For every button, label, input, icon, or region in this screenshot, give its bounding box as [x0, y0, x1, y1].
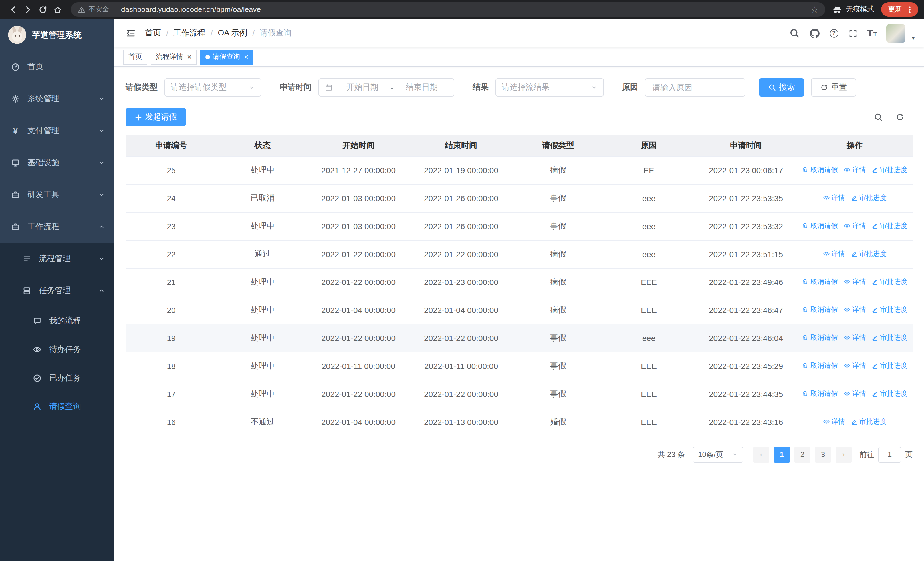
cancel-leave-link[interactable]: 取消请假 [802, 305, 838, 315]
approval-progress-link[interactable]: 审批进度 [850, 417, 886, 427]
sidebar-item-my-processes[interactable]: 我的流程 [0, 307, 114, 335]
browser-home-button[interactable] [50, 2, 65, 17]
browser-menu-icon[interactable] [904, 5, 915, 14]
reset-button[interactable]: 重置 [811, 78, 856, 96]
eye-icon [843, 223, 850, 229]
detail-link[interactable]: 详情 [843, 165, 866, 175]
cancel-leave-link[interactable]: 取消请假 [802, 165, 838, 175]
browser-back-button[interactable] [6, 2, 21, 17]
browser-chrome: 不安全 dashboard.yudao.iocoder.cn/bpm/oa/le… [0, 0, 924, 19]
sidebar-item-system[interactable]: 系统管理 [0, 83, 114, 115]
next-page-button[interactable]: › [836, 447, 852, 462]
address-bar[interactable]: 不安全 dashboard.yudao.iocoder.cn/bpm/oa/le… [71, 2, 825, 17]
sidebar-item-workflow[interactable]: 工作流程 [0, 211, 114, 243]
sidebar-item-process-management[interactable]: 流程管理 [0, 243, 114, 275]
cell-id: 19 [126, 324, 217, 352]
cell-id: 20 [126, 296, 217, 324]
cell-status: 处理中 [217, 156, 308, 184]
user-icon [32, 402, 42, 411]
cancel-leave-link[interactable]: 取消请假 [802, 361, 838, 371]
page-button-1[interactable]: 1 [774, 447, 790, 462]
approval-progress-link[interactable]: 审批进度 [872, 389, 908, 399]
tab-home[interactable]: 首页 [123, 50, 147, 64]
cell-reason: eee [603, 240, 695, 268]
reason-label: 原因 [622, 82, 638, 93]
sidebar-item-payment[interactable]: ¥ 支付管理 [0, 115, 114, 147]
breadcrumb-item-home[interactable]: 首页 [145, 28, 161, 38]
detail-link[interactable]: 详情 [843, 277, 866, 287]
page-unit-label: 页 [905, 449, 913, 460]
result-select[interactable]: 请选择流结果 [495, 78, 604, 96]
table-search-toggle-icon[interactable] [874, 113, 883, 122]
breadcrumb-item-workflow[interactable]: 工作流程 [174, 28, 206, 38]
detail-link[interactable]: 详情 [823, 249, 845, 259]
calendar-icon [325, 83, 333, 92]
page-button-3[interactable]: 3 [815, 447, 831, 462]
approval-progress-link[interactable]: 审批进度 [872, 277, 908, 287]
approval-progress-link[interactable]: 审批进度 [872, 221, 908, 231]
cell-start: 2022-01-22 00:00:00 [308, 240, 409, 268]
close-icon[interactable]: × [187, 53, 192, 60]
approval-progress-link[interactable]: 审批进度 [872, 165, 908, 175]
breadcrumb-item-oa-example[interactable]: OA 示例 [218, 28, 248, 38]
cell-type: 病假 [514, 240, 603, 268]
page-size-select[interactable]: 10条/页 [693, 447, 743, 462]
url-divider [115, 5, 115, 14]
sidebar-item-pending-tasks[interactable]: 待办任务 [0, 335, 114, 364]
approval-progress-link[interactable]: 审批进度 [872, 333, 908, 343]
browser-reload-button[interactable] [35, 2, 50, 17]
detail-link[interactable]: 详情 [843, 389, 866, 399]
apply-time-range-picker[interactable]: 开始日期 - 结束日期 [318, 78, 454, 96]
tab-leave-query[interactable]: 请假查询 × [200, 50, 254, 64]
caret-down-icon[interactable]: ▾ [912, 34, 915, 42]
sidebar-filler [0, 421, 114, 561]
bookmark-star-icon[interactable]: ☆ [806, 4, 818, 15]
cell-apply-time: 2022-01-22 23:51:15 [695, 240, 797, 268]
cell-apply-time: 2022-01-22 23:49:46 [695, 268, 797, 296]
font-size-icon[interactable]: TT [867, 28, 877, 38]
detail-link[interactable]: 详情 [823, 417, 845, 427]
tab-process-detail[interactable]: 流程详情 × [151, 50, 196, 64]
cancel-leave-link[interactable]: 取消请假 [802, 333, 838, 343]
help-icon[interactable]: ? [830, 29, 838, 38]
create-leave-button[interactable]: 发起请假 [126, 108, 186, 126]
cell-apply-time: 2022-01-22 23:46:47 [695, 296, 797, 324]
sidebar-item-home[interactable]: 首页 [0, 51, 114, 83]
chat-icon [32, 316, 42, 326]
cancel-leave-link[interactable]: 取消请假 [802, 277, 838, 287]
table-refresh-icon[interactable] [896, 113, 904, 122]
detail-link[interactable]: 详情 [843, 333, 866, 343]
sidebar-item-done-tasks[interactable]: 已办任务 [0, 364, 114, 393]
approval-progress-link[interactable]: 审批进度 [850, 193, 886, 203]
page-button-2[interactable]: 2 [795, 447, 810, 462]
sidebar-toggle-icon[interactable] [123, 26, 138, 41]
app-logo[interactable]: 芋道管理系统 [0, 19, 114, 51]
trash-icon [802, 362, 809, 369]
fullscreen-icon[interactable] [848, 28, 858, 38]
search-button[interactable]: 搜索 [759, 78, 804, 96]
leave-type-select[interactable]: 请选择请假类型 [164, 78, 261, 96]
prev-page-button[interactable]: ‹ [753, 447, 770, 462]
sidebar-item-task-management[interactable]: 任务管理 [0, 275, 114, 307]
user-avatar[interactable] [886, 24, 906, 42]
reason-input[interactable] [645, 78, 746, 96]
browser-update-button[interactable]: 更新 [881, 2, 918, 17]
table-header-row: 申请编号 状态 开始时间 结束时间 请假类型 原因 申请时间 操作 [126, 135, 913, 156]
github-icon[interactable] [809, 28, 820, 39]
cancel-leave-link[interactable]: 取消请假 [802, 389, 838, 399]
cancel-leave-link[interactable]: 取消请假 [802, 221, 838, 231]
approval-progress-link[interactable]: 审批进度 [872, 361, 908, 371]
detail-link[interactable]: 详情 [843, 305, 866, 315]
detail-link[interactable]: 详情 [823, 193, 845, 203]
search-icon[interactable] [789, 28, 799, 38]
approval-progress-link[interactable]: 审批进度 [850, 249, 886, 259]
sidebar-item-dev-tools[interactable]: 研发工具 [0, 179, 114, 211]
approval-progress-link[interactable]: 审批进度 [872, 305, 908, 315]
goto-page-input[interactable] [878, 447, 901, 462]
close-icon[interactable]: × [244, 53, 248, 60]
detail-link[interactable]: 详情 [843, 221, 866, 231]
sidebar-item-infrastructure[interactable]: 基础设施 [0, 147, 114, 179]
sidebar-item-leave-query[interactable]: 请假查询 [0, 393, 114, 421]
detail-link[interactable]: 详情 [843, 361, 866, 371]
browser-forward-button[interactable] [21, 2, 35, 17]
